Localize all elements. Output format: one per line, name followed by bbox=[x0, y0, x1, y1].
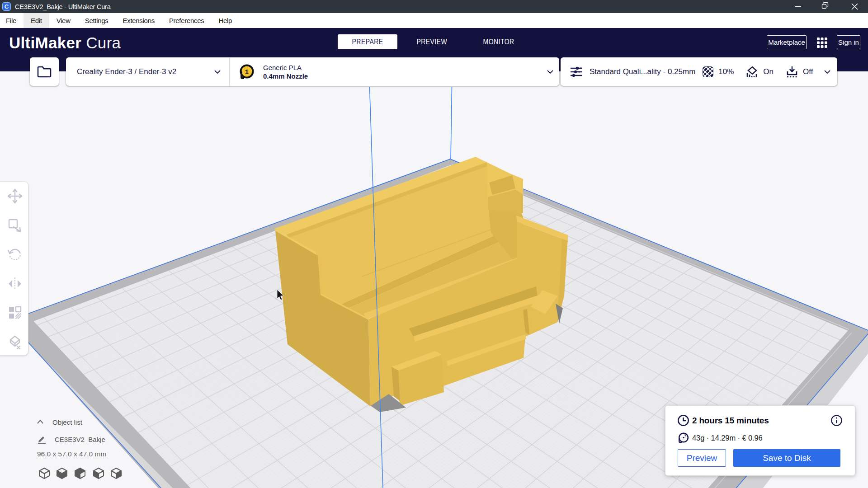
svg-text:C: C bbox=[5, 3, 9, 10]
svg-text:1: 1 bbox=[245, 68, 249, 75]
